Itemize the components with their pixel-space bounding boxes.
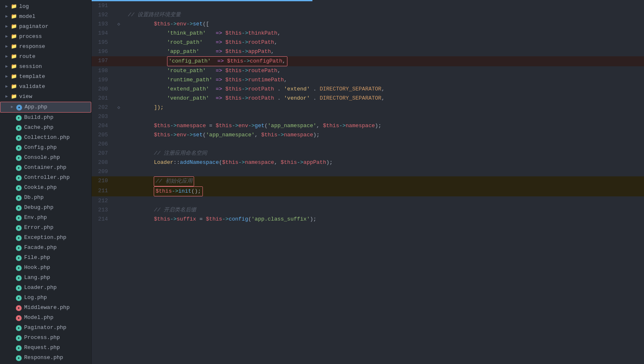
file-tree: ▶ 📁 log ▶ 📁 model ▶ 📁 paginator ▶ 📁 proc… (0, 0, 92, 364)
line-number: 214 (92, 215, 115, 224)
sidebar-item-cache-php[interactable]: ▶ ● Cache.php (0, 123, 91, 133)
table-row: 208 Loader::addNamespace($this->namespac… (92, 158, 644, 167)
table-row: 209 (92, 167, 644, 176)
sidebar-item-build-php[interactable]: ▶ ● Build.php (0, 113, 91, 123)
line-code (123, 140, 644, 149)
line-number: 202 (92, 103, 115, 112)
sidebar-item-route[interactable]: ▶ 📁 route (0, 52, 91, 62)
line-gutter (115, 176, 123, 186)
sidebar-item-model[interactable]: ▶ 📁 model (0, 12, 91, 22)
file-label: Lang.php (24, 274, 50, 282)
line-number: 206 (92, 140, 115, 149)
file-label: Facade.php (24, 244, 57, 252)
line-gutter (115, 112, 123, 121)
sidebar-item-model-php[interactable]: ▶ ● Model.php (0, 313, 91, 323)
line-code: // 初始化应用 (123, 176, 644, 186)
sidebar-item-console-php[interactable]: ▶ ● Console.php (0, 153, 91, 163)
sidebar-item-validate[interactable]: ▶ 📁 validate (0, 82, 91, 92)
sidebar-item-container-php[interactable]: ▶ ● Container.php (0, 163, 91, 173)
line-gutter (115, 215, 123, 224)
line-number: 192 (92, 10, 115, 20)
arrow-icon: ▶ (3, 3, 10, 11)
folder-icon: 📁 (10, 83, 17, 91)
sidebar-item-exception-php[interactable]: ▶ ● Exception.php (0, 233, 91, 243)
file-label: File.php (24, 254, 50, 262)
sidebar-item-process[interactable]: ▶ 📁 process (0, 32, 91, 42)
sidebar-item-cookie-php[interactable]: ▶ ● Cookie.php (0, 183, 91, 193)
file-label: Config.php (24, 143, 57, 152)
code-editor[interactable]: 191 192 // 设置路径环境变量 193 ◇ $this->env->se… (92, 0, 644, 364)
sidebar-item-error-php[interactable]: ▶ ● Error.php (0, 223, 91, 233)
php-icon: ● (15, 133, 22, 142)
file-label: Debug.php (24, 203, 53, 212)
sidebar-item-db-php[interactable]: ▶ ● Db.php (0, 193, 91, 203)
php-icon: ● (15, 153, 22, 162)
sidebar-item-middleware-php[interactable]: ▶ ● Middleware.php (0, 303, 91, 313)
line-gutter (115, 56, 123, 66)
sidebar-item-session[interactable]: ▶ 📁 session (0, 62, 91, 72)
arrow-icon: ▶ (3, 33, 10, 41)
folder-label: paginator (19, 23, 48, 31)
line-number: 193 (92, 20, 115, 29)
line-code: 'route_path' => $this->routePath, (123, 66, 644, 75)
arrow-icon: ▶ (3, 13, 10, 21)
line-number: 199 (92, 75, 115, 85)
sidebar-item-response[interactable]: ▶ 📁 response (0, 42, 91, 52)
file-label: Console.php (24, 153, 60, 162)
folder-label: route (19, 53, 35, 61)
php-icon: ● (15, 264, 22, 272)
table-row: 213 // 开启类名后缀 (92, 206, 644, 215)
sidebar-item-paginator[interactable]: ▶ 📁 paginator (0, 22, 91, 32)
sidebar-item-collection-php[interactable]: ▶ ● Collection.php (0, 133, 91, 143)
sidebar-item-response-php[interactable]: ▶ ● Response.php (0, 353, 91, 363)
line-code: 'vendor_path' => $this->rootPath . 'vend… (123, 94, 644, 103)
sidebar-item-env-php[interactable]: ▶ ● Env.php (0, 213, 91, 223)
line-number: 211 (92, 186, 115, 196)
sidebar-item-log-php[interactable]: ▶ ● Log.php (0, 293, 91, 303)
folder-icon: 📁 (10, 23, 17, 31)
sidebar-item-config-php[interactable]: ▶ ● Config.php (0, 143, 91, 153)
line-gutter (115, 149, 123, 158)
sidebar-item-app-php[interactable]: ▶ ● App.php (0, 102, 91, 113)
sidebar-item-process-php[interactable]: ▶ ● Process.php (0, 333, 91, 343)
php-icon: ● (15, 304, 22, 312)
line-code: 'config_path' => $this->configPath, (123, 56, 644, 66)
line-number: 212 (92, 196, 115, 206)
table-row: 201 'vendor_path' => $this->rootPath . '… (92, 94, 644, 103)
sidebar-item-facade-php[interactable]: ▶ ● Facade.php (0, 243, 91, 253)
arrow-icon: ▶ (3, 53, 10, 61)
folder-icon: 📁 (10, 33, 17, 41)
line-gutter (115, 140, 123, 149)
file-label: Db.php (24, 193, 44, 202)
code-table: 191 192 // 设置路径环境变量 193 ◇ $this->env->se… (92, 1, 644, 224)
line-number: 203 (92, 112, 115, 121)
file-label: Exception.php (24, 233, 66, 242)
table-row: 202 ◇ ]); (92, 103, 644, 112)
php-icon: ● (15, 294, 22, 302)
folder-icon: 📁 (10, 3, 17, 11)
folder-label: validate (19, 83, 45, 91)
table-row: 205 $this->env->set('app_namespace', $th… (92, 131, 644, 140)
line-code: 'extend_path' => $this->rootPath . 'exte… (123, 85, 644, 94)
sidebar-item-controller-php[interactable]: ▶ ● Controller.php (0, 173, 91, 183)
sidebar-item-paginator-php[interactable]: ▶ ● Paginator.php (0, 323, 91, 333)
sidebar-item-log[interactable]: ▶ 📁 log (0, 2, 91, 12)
sidebar-item-loader-php[interactable]: ▶ ● Loader.php (0, 283, 91, 293)
line-number: 205 (92, 131, 115, 140)
sidebar-item-template[interactable]: ▶ 📁 template (0, 72, 91, 82)
sidebar-item-file-php[interactable]: ▶ ● File.php (0, 253, 91, 263)
php-icon: ● (15, 334, 22, 342)
line-number: 210 (92, 176, 115, 186)
line-code: // 注册应用命名空间 (123, 149, 644, 158)
sidebar-item-view[interactable]: ▶ 📁 view (0, 92, 91, 102)
sidebar-item-debug-php[interactable]: ▶ ● Debug.php (0, 203, 91, 213)
sidebar-item-lang-php[interactable]: ▶ ● Lang.php (0, 273, 91, 283)
sidebar-item-request-php[interactable]: ▶ ● Request.php (0, 343, 91, 353)
table-row: 210 // 初始化应用 (92, 176, 644, 186)
file-label: Env.php (24, 213, 47, 222)
folder-icon: 📁 (10, 73, 17, 81)
line-number: 191 (92, 1, 115, 10)
line-code: 'root_path' => $this->rootPath, (123, 38, 644, 47)
file-label: Loader.php (24, 284, 57, 292)
sidebar-item-hook-php[interactable]: ▶ ● Hook.php (0, 263, 91, 273)
